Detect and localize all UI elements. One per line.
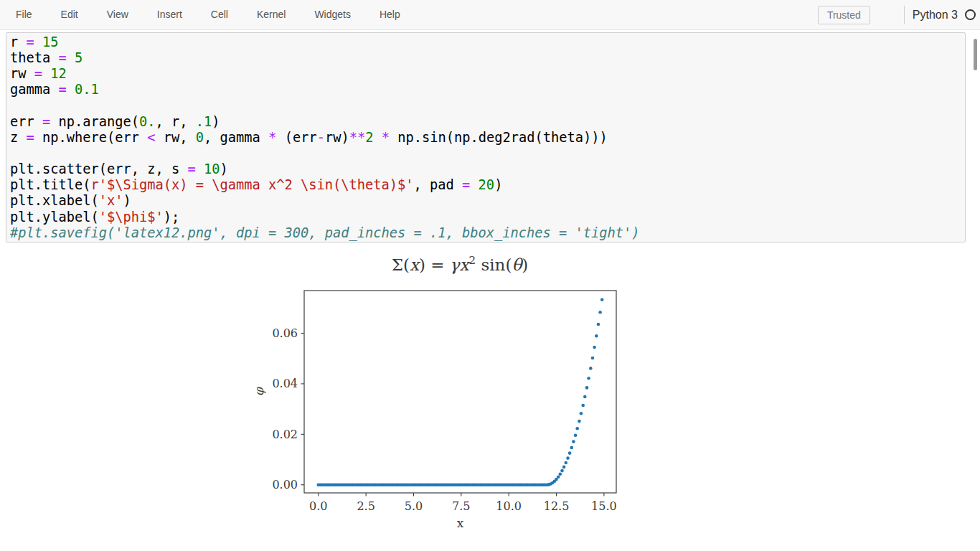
code-cell[interactable]: r = 15theta = 5rw = 12gamma = 0.1 err = … xyxy=(6,32,966,242)
code-line: plt.ylabel('$\phi$'); xyxy=(10,209,962,225)
code-line xyxy=(10,98,962,114)
code-line: r = 15 xyxy=(10,34,962,50)
scatter-point xyxy=(585,386,589,390)
scatter-point xyxy=(568,451,572,455)
menu-item-view[interactable]: View xyxy=(93,0,143,29)
y-tick-label: 0.04 xyxy=(272,377,298,390)
scatter-point xyxy=(566,456,570,460)
code-line xyxy=(10,146,962,161)
y-tick-label: 0.00 xyxy=(272,478,298,491)
y-tick-label: 0.02 xyxy=(272,428,298,441)
scatter-point xyxy=(580,412,583,415)
scatter-point xyxy=(560,469,564,473)
plot-svg: 0.02.55.07.510.012.515.00.000.020.040.06… xyxy=(0,251,980,551)
scrollbar-thumb[interactable] xyxy=(974,39,977,70)
x-tick-label: 15.0 xyxy=(591,499,617,513)
code-line: plt.title(r'$\Sigma(x) = \gamma x^2 \sin… xyxy=(10,177,962,193)
code-line: plt.xlabel('x') xyxy=(10,193,962,209)
scatter-point xyxy=(570,446,574,450)
kernel-idle-icon xyxy=(965,9,976,20)
x-tick-label: 7.5 xyxy=(452,499,470,513)
menu-item-file[interactable]: File xyxy=(1,0,47,29)
scatter-point xyxy=(562,466,566,469)
x-axis-label: x xyxy=(457,516,464,530)
scatter-point xyxy=(559,472,562,476)
scatter-point xyxy=(597,323,600,326)
scatter-point xyxy=(565,461,568,465)
y-tick-label: 0.06 xyxy=(272,326,298,340)
output-area: Σ(x) = γx2 sin(θ) 0.02.55.07.510.012.515… xyxy=(0,251,980,551)
trusted-badge: Trusted xyxy=(818,6,870,24)
menu-item-insert[interactable]: Insert xyxy=(143,0,197,29)
scatter-point xyxy=(598,311,602,314)
scatter-point xyxy=(557,475,560,479)
scatter-point xyxy=(578,420,581,423)
menu-item-cell[interactable]: Cell xyxy=(197,0,242,29)
scatter-point xyxy=(589,367,593,370)
code-line: err = np.arange(0., r, .1) xyxy=(10,114,962,130)
menu-item-kernel[interactable]: Kernel xyxy=(242,0,300,29)
x-tick-label: 0.0 xyxy=(309,499,327,513)
scatter-point xyxy=(575,427,579,430)
code-line: gamma = 0.1 xyxy=(10,82,962,98)
code-line: theta = 5 xyxy=(10,50,962,66)
menu-bar: FileEditViewInsertCellKernelWidgetsHelp … xyxy=(0,0,980,30)
code-line: #plt.savefig('latex12.png', dpi = 300, p… xyxy=(10,225,962,241)
x-tick-label: 5.0 xyxy=(405,499,423,513)
x-tick-label: 12.5 xyxy=(544,499,570,513)
menu-item-edit[interactable]: Edit xyxy=(47,0,93,29)
menu-item-help[interactable]: Help xyxy=(365,0,415,29)
menu-item-widgets[interactable]: Widgets xyxy=(300,0,365,29)
x-tick-label: 10.0 xyxy=(496,499,522,513)
menu-items: FileEditViewInsertCellKernelWidgetsHelp xyxy=(0,0,415,29)
scatter-point xyxy=(600,298,604,301)
menu-right-cluster: Trusted Python 3 xyxy=(818,0,976,29)
kernel-divider xyxy=(904,6,905,24)
code-line: z = np.where(err < rw, 0, gamma * (err-r… xyxy=(10,130,962,146)
axes-frame xyxy=(304,291,616,493)
code-line: rw = 12 xyxy=(10,66,962,82)
scatter-point xyxy=(574,433,578,437)
kernel-name: Python 3 xyxy=(913,9,958,22)
scatter-point xyxy=(581,404,585,408)
scatter-point xyxy=(587,377,590,380)
code-line: plt.scatter(err, z, s = 10) xyxy=(10,161,962,177)
x-tick-label: 2.5 xyxy=(357,499,374,513)
scatter-point xyxy=(583,395,587,399)
scatter-point xyxy=(591,357,595,360)
scatter-point xyxy=(593,346,596,349)
code-editor[interactable]: r = 15theta = 5rw = 12gamma = 0.1 err = … xyxy=(10,34,962,241)
scatter-point xyxy=(595,334,598,338)
y-axis-label: φ xyxy=(252,387,266,396)
scatter-point xyxy=(572,440,575,443)
